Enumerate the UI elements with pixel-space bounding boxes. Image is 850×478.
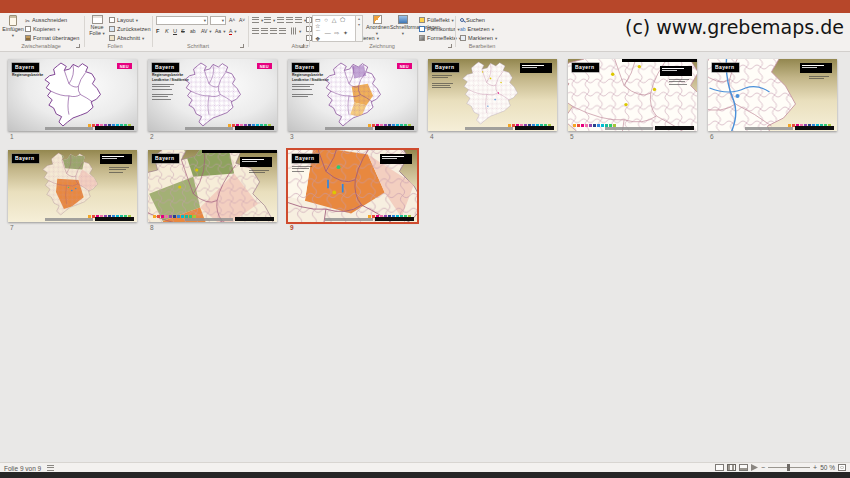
shape-fill-button[interactable]: Fülleffekt▾ (419, 16, 454, 24)
increase-indent-button[interactable] (286, 16, 293, 24)
zoom-in-button[interactable]: + (813, 464, 817, 471)
map-description-text (809, 76, 831, 81)
new-badge: NEU (257, 63, 272, 69)
copy-button[interactable]: Kopieren ▾ (25, 25, 60, 33)
slideshow-button[interactable] (751, 464, 758, 471)
decrease-indent-button[interactable] (277, 16, 284, 24)
shape-effects-icon (419, 35, 425, 41)
map-description-text (249, 170, 271, 175)
character-spacing-button[interactable]: AV▾ (201, 27, 212, 35)
font-color-button[interactable]: A▾ (229, 27, 237, 35)
map-description-text (292, 166, 314, 173)
zoom-out-button[interactable]: − (761, 464, 765, 471)
shapes-gallery-scroll[interactable]: ▴▾ (356, 15, 363, 42)
footer-bar (325, 127, 373, 130)
group-separator (152, 16, 153, 47)
drawing-dialog-launcher[interactable] (448, 44, 452, 48)
underline-button[interactable]: U (173, 27, 177, 35)
footer-bar (325, 218, 373, 221)
section-button[interactable]: Abschnitt ▾ (109, 34, 144, 42)
bold-button[interactable]: F (156, 27, 159, 35)
slide-thumbnail-3[interactable]: Bayern Regierungsbezirke Landkreise / St… (288, 59, 417, 141)
numbering-button[interactable]: ▾ (264, 16, 275, 24)
map-title-label: Bayern (12, 154, 39, 163)
map-title-label: Bayern (12, 63, 39, 72)
website-bar (375, 126, 414, 131)
reading-view-button[interactable] (739, 464, 748, 471)
website-bar (655, 126, 694, 131)
indent-increase-icon (286, 17, 293, 23)
change-case-button[interactable]: Aa▾ (215, 27, 225, 35)
justify-button[interactable] (279, 27, 286, 35)
top-title-strip (202, 150, 277, 153)
top-title-strip (622, 59, 697, 62)
columns-button[interactable]: ▾ (290, 27, 301, 35)
align-center-button[interactable] (261, 27, 268, 35)
info-badge (520, 63, 552, 73)
clipboard-dialog-launcher[interactable] (76, 44, 80, 48)
slide-number: 7 (10, 224, 14, 231)
zoom-slider-thumb[interactable] (787, 464, 790, 471)
justify-icon (279, 28, 286, 34)
fit-to-window-button[interactable] (838, 464, 846, 471)
slides-group-label: Folien (95, 43, 135, 49)
slide-sorter-view-button[interactable] (727, 464, 736, 471)
reset-button[interactable]: Zurücksetzen (109, 25, 151, 33)
section-icon (109, 35, 115, 41)
format-painter-button[interactable]: Format übertragen (25, 34, 79, 42)
new-badge: NEU (397, 63, 412, 69)
copy-icon (25, 26, 31, 32)
zoom-slider[interactable] (768, 467, 810, 468)
layout-button[interactable]: Layout ▾ (109, 16, 138, 24)
font-size-combo[interactable]: ▾ (210, 16, 226, 25)
paragraph-dialog-launcher[interactable] (300, 44, 304, 48)
map-subtitle: Regierungsbezirke (152, 73, 183, 77)
line-spacing-button[interactable]: ▾ (295, 16, 306, 24)
slide-thumbnail-6[interactable]: Bayern 6 (708, 59, 837, 141)
map-subtitle-2: Landkreise / Stadtkreise (152, 78, 189, 82)
font-dialog-launcher[interactable] (240, 44, 244, 48)
slide-thumbnail-4[interactable]: Bayern 4 (428, 59, 557, 141)
slide-thumbnail-1[interactable]: Bayern Regierungsbezirke NEU 1 (8, 59, 137, 141)
indent-decrease-icon (277, 17, 284, 23)
increase-font-button[interactable]: A˄ (229, 16, 235, 24)
replace-button[interactable]: ab Ersetzen▾ (460, 25, 494, 33)
info-badge (660, 66, 692, 76)
map-subtitle: Regierungsbezirke (292, 73, 323, 77)
slide-number: 1 (10, 133, 14, 140)
slide-number: 4 (430, 133, 434, 140)
shape-outline-button[interactable]: Formkontur▾ (419, 25, 460, 33)
map-title-label: Bayern (572, 63, 599, 72)
numbered-list-icon (264, 17, 271, 23)
slide-sorter-pane[interactable]: Bayern Regierungsbezirke NEU 1 Bay (0, 52, 850, 462)
align-left-button[interactable] (252, 27, 259, 35)
cut-button[interactable]: ✂ Ausschneiden (25, 16, 67, 24)
notes-icon[interactable] (47, 465, 54, 471)
website-bar (515, 126, 554, 131)
paste-label: Einfügen (2, 26, 23, 32)
zoom-level-label[interactable]: 50 % (820, 464, 835, 471)
quick-styles-icon (398, 15, 408, 24)
find-button[interactable]: Suchen (460, 16, 485, 24)
text-shadow-button[interactable]: ab (190, 27, 196, 35)
strikethrough-button[interactable]: S (181, 27, 185, 35)
select-button[interactable]: Markieren▾ (460, 34, 497, 42)
info-badge (800, 63, 832, 73)
chevron-down-icon: ▾ (12, 33, 14, 38)
slide-thumbnail-7[interactable]: Bayern 7 (8, 150, 137, 232)
slide-thumbnail-2[interactable]: Bayern Regierungsbezirke Landkreise / St… (148, 59, 277, 141)
window-titlebar (0, 0, 850, 13)
italic-button[interactable]: K (165, 27, 169, 35)
shapes-gallery[interactable]: ▭ ○ △ ⬠ ☆ ⌒ — ⇨ ✦ ❖ (312, 15, 356, 42)
info-badge (100, 154, 132, 164)
align-right-button[interactable] (270, 27, 277, 35)
decrease-font-button[interactable]: A˅ (239, 16, 245, 24)
slide-thumbnail-5[interactable]: Bayern 5 (568, 59, 697, 141)
font-name-combo[interactable]: ▾ (156, 16, 208, 25)
normal-view-button[interactable] (715, 464, 724, 471)
bullets-button[interactable]: ▾ (252, 16, 263, 24)
footer-bar (185, 218, 233, 221)
slide-thumbnail-8[interactable]: Bayern 8 (148, 150, 277, 232)
slide-thumbnail-9-selected[interactable]: Bayern 9 (288, 150, 417, 232)
group-separator (309, 16, 310, 47)
